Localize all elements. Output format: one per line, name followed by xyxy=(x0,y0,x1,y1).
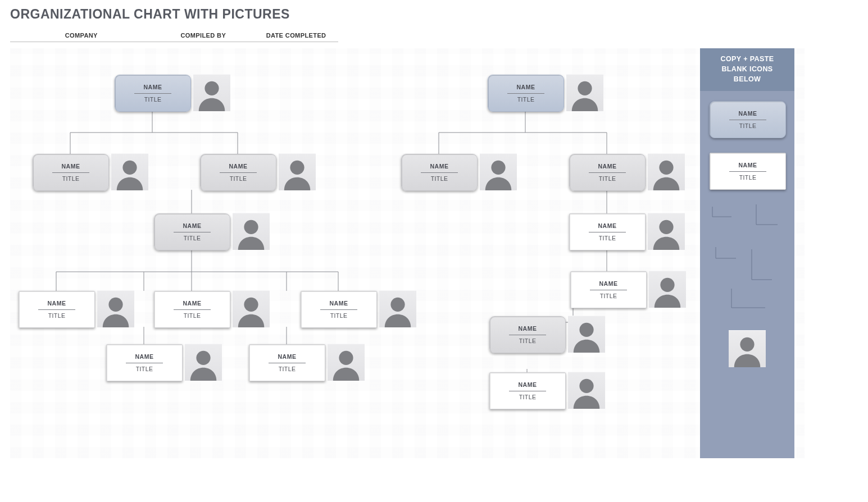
node-name: NAME xyxy=(598,222,617,229)
page-title: ORGANIZATIONAL CHART WITH PICTURES xyxy=(0,0,868,22)
avatar-icon[interactable] xyxy=(649,271,686,308)
avatar-icon[interactable] xyxy=(97,290,134,327)
avatar-icon[interactable] xyxy=(233,213,270,250)
node-title: TITLE xyxy=(519,394,537,400)
avatar-icon[interactable] xyxy=(648,153,685,190)
avatar-icon[interactable] xyxy=(279,153,316,190)
avatar-icon[interactable] xyxy=(328,344,365,381)
node-title: TITLE xyxy=(230,175,247,182)
node-name: NAME xyxy=(517,84,535,90)
node-name: NAME xyxy=(430,163,449,170)
node-a-top[interactable]: NAME TITLE xyxy=(115,75,191,112)
avatar-icon[interactable] xyxy=(480,153,517,190)
node-name: NAME xyxy=(278,353,297,360)
node-b-l3[interactable]: NAME TITLE xyxy=(569,213,646,250)
node-a-l4c[interactable]: NAME TITLE xyxy=(301,291,377,328)
node-a-l4b[interactable]: NAME TITLE xyxy=(154,291,230,328)
node-title: TITLE xyxy=(62,175,80,182)
node-name: NAME xyxy=(229,163,248,170)
sidebar-heading-line: COPY + PASTE xyxy=(721,55,774,63)
node-b-l2b[interactable]: NAME TITLE xyxy=(569,154,646,191)
node-a-l5a[interactable]: NAME TITLE xyxy=(106,344,183,381)
node-name: NAME xyxy=(598,163,617,170)
svg-point-35 xyxy=(579,323,593,337)
svg-point-24 xyxy=(244,220,258,234)
node-title: TITLE xyxy=(136,366,153,372)
node-a-l2a[interactable]: NAME TITLE xyxy=(33,154,109,191)
svg-point-34 xyxy=(660,278,674,292)
palette-avatar-icon[interactable] xyxy=(729,330,766,367)
node-b-l6[interactable]: NAME TITLE xyxy=(489,372,566,409)
meta-row: COMPANY COMPILED BY DATE COMPLETED xyxy=(10,29,338,42)
svg-point-27 xyxy=(390,298,405,312)
node-name: NAME xyxy=(135,353,154,360)
node-a-l4a[interactable]: NAME TITLE xyxy=(19,291,95,328)
node-b-l4[interactable]: NAME TITLE xyxy=(570,271,647,308)
node-name: NAME xyxy=(330,300,348,307)
svg-point-36 xyxy=(579,379,593,393)
sidebar-heading: COPY + PASTE BLANK ICONS BELOW xyxy=(700,48,794,91)
node-a-l3[interactable]: NAME TITLE xyxy=(154,213,230,250)
node-name: NAME xyxy=(183,300,202,307)
node-title: TITLE xyxy=(330,312,348,319)
svg-point-21 xyxy=(204,81,219,95)
node-title: TITLE xyxy=(519,337,537,344)
palette-connector-shapes[interactable] xyxy=(700,195,794,319)
node-title: TITLE xyxy=(599,235,616,241)
node-name: NAME xyxy=(519,325,537,332)
svg-point-31 xyxy=(491,161,505,175)
node-b-l5[interactable]: NAME TITLE xyxy=(489,316,566,353)
svg-point-28 xyxy=(196,351,210,365)
node-b-top[interactable]: NAME TITLE xyxy=(488,75,564,112)
sidebar-palette: COPY + PASTE BLANK ICONS BELOW NAME TITL… xyxy=(700,48,794,458)
node-name: NAME xyxy=(599,280,618,287)
svg-point-33 xyxy=(659,220,673,234)
node-title: TITLE xyxy=(279,366,296,372)
node-b-l2a[interactable]: NAME TITLE xyxy=(401,154,478,191)
meta-compiledby-label: COMPILED BY xyxy=(152,29,254,42)
svg-point-29 xyxy=(339,351,353,365)
avatar-icon[interactable] xyxy=(185,344,222,381)
meta-company-label: COMPANY xyxy=(10,29,152,42)
sidebar-heading-line: BLANK ICONS xyxy=(721,65,772,73)
svg-point-37 xyxy=(740,337,754,352)
avatar-icon[interactable] xyxy=(568,316,605,353)
node-title: TITLE xyxy=(739,174,757,181)
svg-point-23 xyxy=(290,161,304,175)
node-name: NAME xyxy=(739,110,757,117)
org-canvas[interactable]: NAME TITLE NAME TITLE NAME TITLE xyxy=(10,48,805,458)
node-title: TITLE xyxy=(431,175,448,182)
node-name: NAME xyxy=(183,222,202,229)
node-title: TITLE xyxy=(144,96,162,103)
svg-point-32 xyxy=(659,161,673,175)
avatar-icon[interactable] xyxy=(193,74,230,111)
node-name: NAME xyxy=(62,163,80,170)
sidebar-heading-line: BELOW xyxy=(734,75,761,83)
node-title: TITLE xyxy=(517,96,535,103)
avatar-icon[interactable] xyxy=(568,372,605,409)
svg-point-25 xyxy=(108,298,122,312)
node-title: TITLE xyxy=(599,175,616,182)
node-title: TITLE xyxy=(184,235,201,241)
svg-point-30 xyxy=(578,81,592,95)
svg-point-22 xyxy=(122,161,137,175)
node-name: NAME xyxy=(144,84,162,90)
node-a-l2b[interactable]: NAME TITLE xyxy=(200,154,276,191)
meta-datecompleted-label: DATE COMPLETED xyxy=(254,29,338,42)
node-a-l5b[interactable]: NAME TITLE xyxy=(249,344,325,381)
node-name: NAME xyxy=(519,381,537,388)
node-name: NAME xyxy=(739,162,757,168)
avatar-icon[interactable] xyxy=(566,74,603,111)
node-title: TITLE xyxy=(739,122,757,129)
palette-card-blue[interactable]: NAME TITLE xyxy=(710,101,785,137)
palette-card-white[interactable]: NAME TITLE xyxy=(710,153,785,189)
node-title: TITLE xyxy=(184,312,201,319)
node-title: TITLE xyxy=(48,312,66,319)
avatar-icon[interactable] xyxy=(379,290,416,327)
svg-point-26 xyxy=(244,298,258,312)
avatar-icon[interactable] xyxy=(233,290,270,327)
node-title: TITLE xyxy=(600,293,617,299)
avatar-icon[interactable] xyxy=(111,153,148,190)
node-name: NAME xyxy=(48,300,66,307)
avatar-icon[interactable] xyxy=(648,213,685,250)
